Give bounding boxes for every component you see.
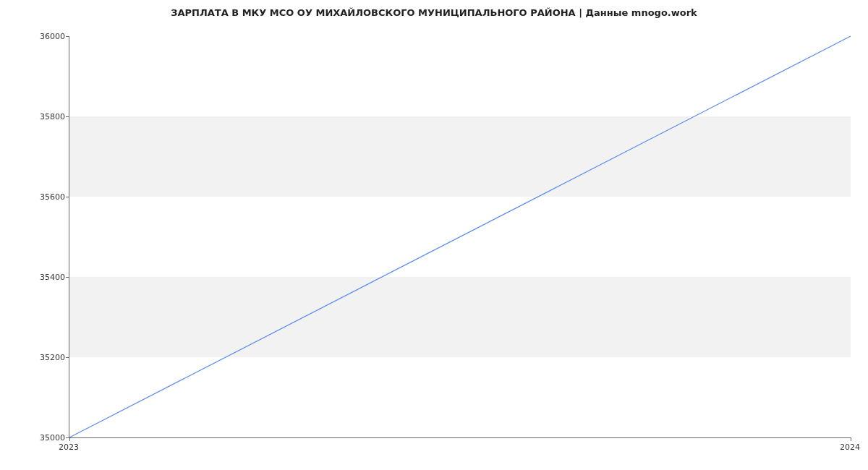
y-tick-label: 35600: [36, 192, 65, 202]
y-tick-mark: [66, 357, 69, 358]
x-tick-mark: [69, 437, 70, 441]
plot-area: [69, 36, 851, 438]
y-tick-label: 35200: [36, 353, 65, 362]
y-tick-mark: [66, 197, 69, 197]
y-tick-label: 35000: [36, 433, 65, 443]
x-tick-label: 2023: [59, 443, 79, 452]
y-tick-label: 36000: [36, 32, 65, 41]
salary-line: [69, 36, 851, 437]
y-tick-mark: [66, 116, 69, 117]
x-tick-mark: [851, 437, 851, 441]
y-tick-label: 35800: [36, 112, 65, 121]
line-series-svg: [69, 36, 851, 437]
y-tick-mark: [66, 36, 69, 37]
y-tick-mark: [66, 277, 69, 278]
y-tick-label: 35400: [36, 273, 65, 282]
chart-container: ЗАРПЛАТА В МКУ МСО ОУ МИХАЙЛОВСКОГО МУНИ…: [0, 0, 868, 470]
x-tick-label: 2024: [840, 443, 860, 452]
chart-title: ЗАРПЛАТА В МКУ МСО ОУ МИХАЙЛОВСКОГО МУНИ…: [0, 7, 868, 18]
